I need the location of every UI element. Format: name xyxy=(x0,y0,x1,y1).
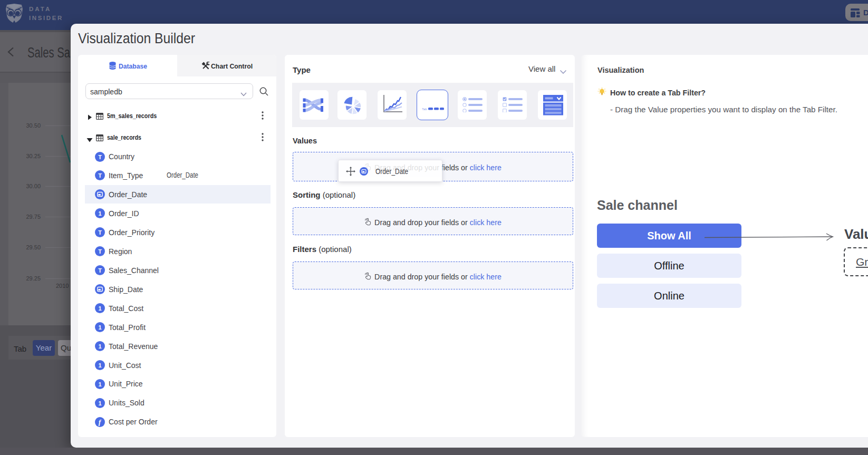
svg-text:T: T xyxy=(98,172,102,179)
svg-text:1: 1 xyxy=(98,381,101,388)
svg-text:T: T xyxy=(98,248,102,255)
svg-text:T: T xyxy=(98,267,102,274)
svg-text:T: T xyxy=(98,229,102,236)
svg-text:1: 1 xyxy=(98,400,101,406)
svg-text:1: 1 xyxy=(98,210,101,217)
svg-text:T: T xyxy=(98,154,102,160)
svg-text:1: 1 xyxy=(98,343,101,350)
svg-text:Tab: Tab xyxy=(422,108,427,111)
svg-text:1: 1 xyxy=(98,362,101,369)
svg-text:1: 1 xyxy=(98,324,101,331)
svg-text:1: 1 xyxy=(98,305,101,312)
